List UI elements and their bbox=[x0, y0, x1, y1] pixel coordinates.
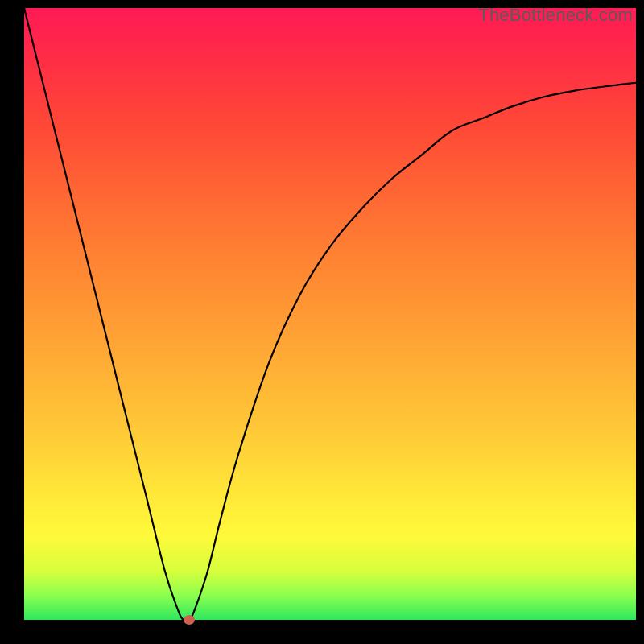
watermark-text: TheBottleneck.com bbox=[478, 5, 633, 26]
chart-plot-area bbox=[24, 8, 636, 620]
optimal-point-marker bbox=[184, 615, 195, 625]
